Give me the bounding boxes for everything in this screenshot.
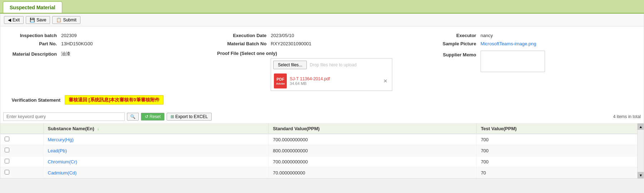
row-test: 700 — [476, 145, 643, 156]
supplier-memo-input[interactable] — [481, 51, 545, 72]
supplier-memo-field: Supplier Memo — [427, 51, 636, 72]
submit-button[interactable]: 📋 Submit — [52, 16, 80, 24]
form-area: Inspection batch 202309 Execution Date 2… — [0, 26, 644, 110]
executor-value: nancy — [481, 33, 493, 38]
row-checkbox[interactable] — [5, 159, 9, 163]
row-substance: Lead(Pb) — [43, 145, 269, 156]
row-checkbox-cell — [0, 156, 43, 167]
executor-field: Executor nancy — [427, 33, 636, 38]
row-test: 70 — [476, 167, 643, 178]
table-toolbar: 🔍 ↺ Reset ⊞ Export to EXCEL 4 items in t… — [0, 110, 644, 123]
col-standard-header[interactable]: Standard Value(PPM) — [269, 123, 476, 134]
row-substance: Cadmium(Cd) — [43, 167, 269, 178]
table-row: Cadmium(Cd) 70.0000000000 70 — [0, 167, 644, 178]
table-body: Mercury(Hg) 700.0000000000 700 Lead(Pb) … — [0, 134, 644, 178]
total-count: 4 items in total — [613, 114, 641, 119]
export-excel-button[interactable]: ⊞ Export to EXCEL — [167, 113, 212, 121]
sample-picture-link[interactable]: MicrosoftTeams-image.png — [481, 41, 536, 46]
material-batch-value: RXY202301090001 — [271, 41, 311, 46]
scroll-bar: ▲ ▼ — [637, 123, 644, 178]
save-icon: 💾 — [30, 17, 35, 22]
data-table: Substance Name(En) ↓ Standard Value(PPM)… — [0, 123, 644, 178]
file-name: SJ-T 11364-2014.pdf — [290, 76, 379, 81]
save-button[interactable]: 💾 Save — [26, 16, 50, 24]
search-icon: 🔍 — [130, 114, 136, 119]
inspection-batch-label: Inspection batch — [8, 33, 61, 38]
sample-picture-label: Sample Picture — [427, 41, 481, 46]
material-desc-value: 油漆 — [61, 51, 70, 57]
tab-suspected-material[interactable]: Suspected Material — [3, 1, 62, 13]
exit-button[interactable]: ◀ Exit — [4, 16, 24, 24]
file-item: PDF Adobe SJ-T 11364-2014.pdf 34.64 MB ✕ — [271, 71, 392, 91]
file-remove-button[interactable]: ✕ — [382, 77, 389, 85]
table-row: Mercury(Hg) 700.0000000000 700 — [0, 134, 644, 145]
inspection-batch-value: 202309 — [61, 33, 77, 38]
execution-date-field: Execution Date 2023/05/10 — [217, 33, 427, 38]
row-test: 700 — [476, 134, 643, 145]
sort-arrow-icon: ↓ — [97, 126, 99, 131]
row-checkbox[interactable] — [5, 148, 9, 152]
excel-icon: ⊞ — [171, 114, 174, 119]
row-standard: 800.0000000000 — [269, 145, 476, 156]
material-desc-label: Material Description — [8, 51, 61, 57]
select-files-button[interactable]: Select files... — [273, 61, 307, 69]
col-test-header[interactable]: Test Value(PPM) — [476, 123, 643, 134]
table-row: Lead(Pb) 800.0000000000 700 — [0, 145, 644, 156]
part-no-label: Part No. — [8, 41, 61, 46]
row-standard: 700.0000000000 — [269, 156, 476, 167]
exit-icon: ◀ — [8, 17, 11, 22]
part-no-value: 13HD150KG00 — [61, 41, 93, 46]
search-input[interactable] — [3, 112, 125, 121]
row-test: 700 — [476, 156, 643, 167]
row-substance: Chromium(Cr) — [43, 156, 269, 167]
row-checkbox-cell — [0, 167, 43, 178]
search-button[interactable]: 🔍 — [127, 113, 139, 121]
scroll-down-button[interactable]: ▼ — [638, 172, 644, 178]
table-row: Chromium(Cr) 700.0000000000 700 — [0, 156, 644, 167]
execution-date-value: 2023/05/10 — [271, 33, 294, 38]
inspection-batch-field: Inspection batch 202309 — [8, 33, 217, 38]
pdf-icon: PDF Adobe — [274, 73, 287, 88]
toolbar: ◀ Exit 💾 Save 📋 Submit — [0, 14, 644, 26]
execution-date-label: Execution Date — [217, 33, 271, 38]
row-checkbox-cell — [0, 134, 43, 145]
row-checkbox[interactable] — [5, 137, 9, 141]
table-header-row: Substance Name(En) ↓ Standard Value(PPM)… — [0, 123, 644, 134]
verification-label: Verification Statement — [8, 97, 65, 103]
executor-label: Executor — [427, 33, 481, 38]
supplier-memo-label: Supplier Memo — [427, 51, 481, 57]
table-section: 🔍 ↺ Reset ⊞ Export to EXCEL 4 items in t… — [0, 110, 644, 178]
verification-row: Verification Statement 審核退回 [系统訊息]本次審核有0… — [8, 92, 636, 106]
file-info: SJ-T 11364-2014.pdf 34.64 MB — [290, 76, 379, 86]
material-batch-field: Material Batch No RXY202301090001 — [217, 41, 427, 46]
file-size: 34.64 MB — [290, 81, 379, 86]
col-checkbox-header — [0, 123, 43, 134]
material-batch-label: Material Batch No — [217, 41, 271, 46]
col-substance-header[interactable]: Substance Name(En) ↓ — [43, 123, 269, 134]
row-standard: 700.0000000000 — [269, 134, 476, 145]
row-checkbox-cell — [0, 145, 43, 156]
reset-icon: ↺ — [145, 114, 148, 119]
sample-picture-field: Sample Picture MicrosoftTeams-image.png — [427, 41, 636, 46]
material-desc-field: Material Description 油漆 — [8, 51, 217, 57]
proof-file-field: Proof File (Select one only) Select file… — [217, 51, 427, 91]
upload-top: Select files... Drop files here to uploa… — [271, 59, 392, 71]
table-wrapper: Substance Name(En) ↓ Standard Value(PPM)… — [0, 123, 644, 178]
scroll-up-button[interactable]: ▲ — [638, 123, 644, 130]
drop-text: Drop files here to upload — [310, 62, 390, 67]
row-standard: 70.0000000000 — [269, 167, 476, 178]
verification-message: 審核退回 [系统訊息]本次審核有0筆審核附件 — [65, 95, 163, 105]
tab-bar: Suspected Material — [0, 0, 644, 14]
upload-area: Select files... Drop files here to uploa… — [271, 58, 392, 91]
row-substance: Mercury(Hg) — [43, 134, 269, 145]
proof-file-label: Proof File (Select one only) — [217, 51, 281, 56]
submit-icon: 📋 — [56, 17, 62, 22]
part-no-field: Part No. 13HD150KG00 — [8, 41, 217, 46]
row-checkbox[interactable] — [5, 170, 9, 174]
reset-button[interactable]: ↺ Reset — [141, 113, 164, 121]
